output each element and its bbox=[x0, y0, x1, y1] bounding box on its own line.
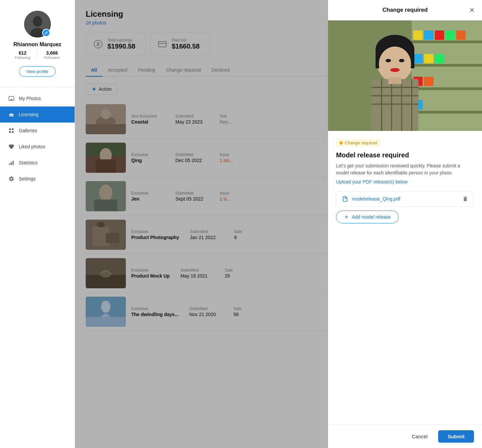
followers-label: Followers bbox=[44, 56, 60, 60]
avatar bbox=[24, 11, 51, 38]
svg-rect-8 bbox=[11, 162, 12, 165]
sidebar-label-galleries: Galleries bbox=[19, 128, 37, 133]
change-badge-dot bbox=[339, 141, 343, 145]
sidebar-item-liked-photos[interactable]: Liked photos bbox=[0, 139, 75, 155]
sidebar-item-settings[interactable]: Settings bbox=[0, 171, 75, 187]
svg-point-57 bbox=[390, 68, 400, 72]
svg-rect-47 bbox=[435, 54, 444, 63]
svg-rect-40 bbox=[413, 30, 423, 40]
svg-rect-43 bbox=[446, 30, 455, 40]
svg-rect-6 bbox=[12, 131, 14, 133]
modal-title: Change required bbox=[382, 7, 427, 13]
photo-icon bbox=[8, 95, 15, 102]
change-required-badge: Change required bbox=[336, 139, 381, 147]
svg-rect-3 bbox=[9, 128, 11, 130]
svg-point-55 bbox=[386, 59, 391, 62]
modal-photo bbox=[328, 20, 482, 131]
gallery-icon bbox=[8, 127, 15, 134]
cancel-button[interactable]: Cancel bbox=[405, 430, 434, 443]
svg-rect-41 bbox=[424, 30, 433, 40]
avatar-edit-badge[interactable] bbox=[42, 29, 50, 37]
sidebar: Rhiannon Marquez 612 Following 3,666 Fol… bbox=[0, 0, 75, 448]
svg-rect-44 bbox=[456, 30, 466, 40]
svg-rect-39 bbox=[412, 111, 482, 114]
followers-count: 3,666 bbox=[46, 50, 58, 56]
svg-rect-66 bbox=[388, 77, 402, 84]
sidebar-item-galleries[interactable]: Galleries bbox=[0, 123, 75, 139]
user-stats: 612 Following 3,666 Followers bbox=[15, 50, 60, 60]
file-name: modelrelease_Qing.pdf bbox=[352, 196, 459, 202]
svg-rect-49 bbox=[424, 77, 433, 86]
add-release-label: Add model release bbox=[352, 214, 391, 220]
svg-rect-38 bbox=[412, 87, 482, 90]
following-count: 612 bbox=[19, 50, 26, 56]
svg-rect-37 bbox=[412, 64, 482, 67]
followers-stat: 3,666 Followers bbox=[44, 50, 60, 60]
user-name: Rhiannon Marquez bbox=[13, 42, 61, 48]
following-stat: 612 Following bbox=[15, 50, 30, 60]
sidebar-label-statistics: Statistics bbox=[19, 160, 37, 165]
modal-footer: Cancel Submit bbox=[328, 425, 482, 448]
crown-icon bbox=[8, 111, 15, 118]
sidebar-label-my-photos: My Photos bbox=[19, 96, 41, 101]
modal-body: Change required Model release required L… bbox=[328, 131, 482, 425]
svg-point-1 bbox=[33, 16, 42, 27]
add-model-release-button[interactable]: Add model release bbox=[336, 211, 399, 223]
sidebar-item-licensing[interactable]: Licensing bbox=[0, 106, 75, 123]
modal-close-button[interactable] bbox=[469, 7, 475, 13]
nav-divider bbox=[0, 87, 75, 88]
file-delete-button[interactable] bbox=[462, 196, 468, 202]
main-area: Licensing 16 photos Total earnings $1990… bbox=[75, 0, 482, 448]
modal-heading: Model release required bbox=[336, 151, 474, 159]
file-row: modelrelease_Qing.pdf bbox=[336, 191, 474, 207]
svg-rect-42 bbox=[435, 30, 444, 40]
view-profile-button[interactable]: View profile bbox=[19, 66, 56, 77]
svg-rect-9 bbox=[13, 161, 14, 165]
sidebar-label-settings: Settings bbox=[19, 176, 36, 181]
sidebar-label-licensing: Licensing bbox=[19, 112, 38, 117]
svg-point-54 bbox=[379, 47, 411, 81]
svg-rect-4 bbox=[12, 128, 14, 130]
svg-rect-46 bbox=[424, 54, 433, 63]
svg-rect-7 bbox=[9, 163, 10, 165]
file-icon bbox=[342, 196, 348, 202]
upload-link[interactable]: Upload your PDF release(s) below bbox=[336, 179, 474, 184]
modal-description: Let's get your submission reviewed quick… bbox=[336, 162, 474, 176]
change-badge-label: Change required bbox=[345, 140, 377, 145]
heart-icon bbox=[8, 143, 15, 150]
modal-overlay: Change required bbox=[75, 0, 482, 448]
stats-icon bbox=[8, 159, 15, 166]
sidebar-label-liked: Liked photos bbox=[19, 144, 45, 149]
sidebar-item-my-photos[interactable]: My Photos bbox=[0, 90, 75, 106]
svg-rect-45 bbox=[413, 54, 423, 63]
sidebar-item-statistics[interactable]: Statistics bbox=[0, 155, 75, 171]
submit-button[interactable]: Submit bbox=[438, 430, 474, 443]
settings-icon bbox=[8, 175, 15, 182]
modal-panel: Change required bbox=[328, 0, 482, 448]
svg-rect-36 bbox=[412, 41, 482, 43]
modal-header: Change required bbox=[328, 0, 482, 20]
following-label: Following bbox=[15, 56, 30, 60]
svg-rect-5 bbox=[9, 131, 11, 133]
svg-point-56 bbox=[399, 59, 404, 62]
